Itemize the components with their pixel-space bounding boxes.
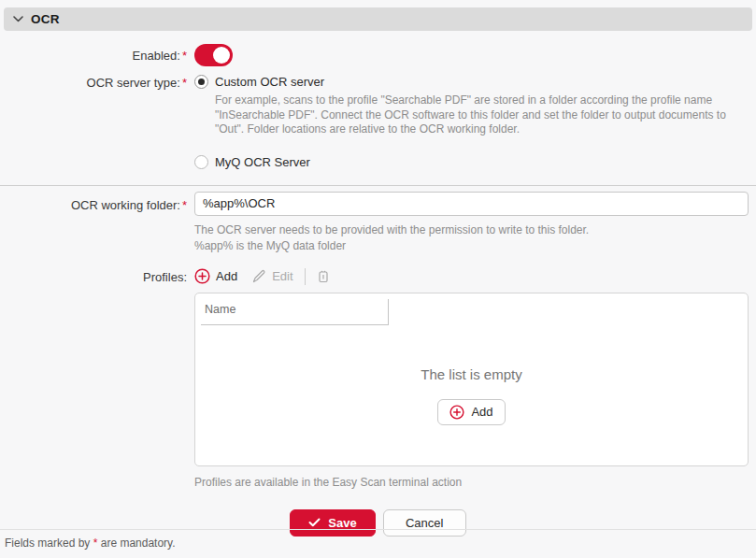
enabled-toggle[interactable] — [194, 44, 233, 66]
profiles-label: Profiles: — [0, 266, 187, 489]
save-button-label: Save — [328, 516, 356, 530]
ocr-form: Enabled:* OCR server type:* Custom OCR s… — [0, 44, 756, 537]
section-title: OCR — [31, 12, 60, 26]
empty-list-message: The list is empty — [421, 366, 521, 382]
profiles-table-header: Name — [195, 293, 748, 326]
working-folder-help: The OCR server needs to be provided with… — [194, 222, 749, 254]
working-folder-help-line1: The OCR server needs to be provided with… — [194, 222, 749, 238]
add-button-label: Add — [216, 269, 237, 283]
edit-button-label: Edit — [272, 269, 292, 283]
profiles-table-body: The list is empty Add — [195, 326, 748, 465]
toolbar-separator — [305, 268, 306, 285]
trash-icon — [317, 269, 330, 284]
profiles-help-text: Profiles are available in the Easy Scan … — [194, 476, 749, 489]
circled-plus-icon — [194, 268, 210, 284]
empty-add-button[interactable]: Add — [437, 399, 505, 425]
circled-plus-icon — [449, 405, 464, 420]
edit-profile-button[interactable]: Edit — [252, 269, 292, 283]
empty-add-button-label: Add — [471, 405, 492, 419]
custom-server-help-text: For example, scans to the profile "Searc… — [215, 93, 749, 137]
chevron-down-icon[interactable] — [13, 16, 23, 22]
footer-text-prefix: Fields marked by — [5, 537, 93, 550]
profiles-table: Name The list is empty Add — [194, 293, 749, 466]
ocr-section-header[interactable]: OCR — [4, 7, 752, 31]
radio-selected-icon[interactable] — [194, 75, 208, 89]
radio-custom-label[interactable]: Custom OCR server — [215, 75, 324, 89]
check-icon — [308, 518, 321, 527]
profiles-row: Profiles: Add Edit — [0, 266, 756, 489]
mandatory-fields-note: Fields marked by * are mandatory. — [0, 529, 756, 558]
radio-myq-label[interactable]: MyQ OCR Server — [215, 155, 310, 169]
profiles-toolbar: Add Edit — [194, 266, 749, 287]
working-folder-help-line2: %app% is the MyQ data folder — [194, 238, 749, 254]
required-asterisk: * — [182, 76, 187, 90]
radio-unselected-icon[interactable] — [194, 155, 208, 169]
footer-text-suffix: are mandatory. — [97, 537, 175, 550]
radio-custom-ocr-server[interactable]: Custom OCR server — [194, 75, 749, 89]
radio-myq-ocr-server[interactable]: MyQ OCR Server — [194, 155, 749, 169]
enabled-label: Enabled:* — [0, 48, 187, 64]
add-profile-button[interactable]: Add — [194, 268, 237, 284]
enabled-row: Enabled:* — [0, 44, 756, 66]
section-divider — [0, 185, 756, 186]
column-header-name[interactable]: Name — [201, 293, 389, 325]
pencil-icon — [252, 269, 266, 283]
working-folder-row: OCR working folder:* The OCR server need… — [0, 192, 756, 254]
required-asterisk: * — [182, 49, 187, 63]
server-type-row: OCR server type:* Custom OCR server For … — [0, 75, 756, 169]
cancel-button-label: Cancel — [406, 516, 443, 530]
toggle-knob — [213, 47, 230, 64]
required-asterisk: * — [182, 198, 187, 212]
working-folder-label: OCR working folder:* — [0, 192, 187, 254]
server-type-label: OCR server type:* — [0, 75, 187, 169]
working-folder-input[interactable] — [194, 192, 749, 216]
delete-profile-button[interactable] — [317, 269, 330, 284]
